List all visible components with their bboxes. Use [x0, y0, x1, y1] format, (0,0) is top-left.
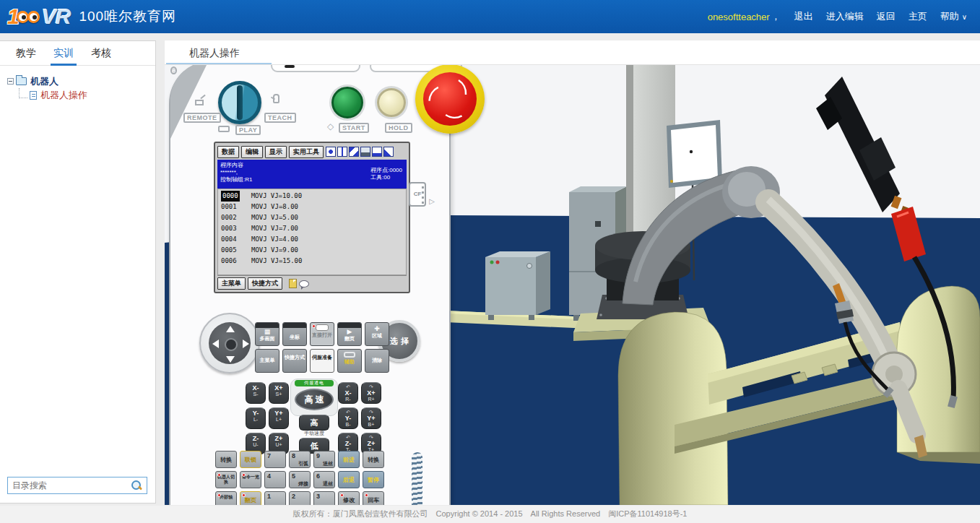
header-links: onesoftteacher ， 退出 进入编辑 返回 主页 帮助 ∨ [708, 0, 967, 33]
speed-up-key[interactable]: 高 [299, 415, 329, 431]
multi-screen-key[interactable]: ▦多画面 [255, 322, 279, 346]
enter-key[interactable]: 回车 [363, 491, 384, 505]
external-axis-key[interactable]: 外部轴 [215, 491, 237, 505]
shortcut-softkey[interactable]: 快捷方式 [248, 277, 282, 290]
key-3[interactable]: 3 [313, 491, 335, 505]
shortcut-key[interactable]: 快捷方式 [282, 349, 307, 373]
assist-key[interactable]: 辅助 [337, 349, 362, 373]
course-tree: 机器人 机器人操作 [0, 66, 155, 102]
collapse-icon[interactable] [7, 78, 14, 85]
help-link[interactable]: 帮助 [940, 10, 959, 23]
forward-key[interactable]: 前进 [338, 451, 360, 468]
tree-root-label[interactable]: 机器人 [30, 75, 58, 88]
toolbar-icon-3[interactable] [349, 147, 359, 157]
clear-key[interactable]: 清除 [365, 349, 389, 373]
axis-key[interactable]: X+S+ [269, 382, 289, 404]
menu-utility-button[interactable]: 实用工具 [289, 146, 324, 158]
coordinate-key[interactable]: 坐标 [282, 322, 307, 346]
axis-key[interactable]: X-S- [246, 382, 266, 404]
site-logo[interactable]: 1 VR [7, 4, 70, 29]
key-6-wire-retract[interactable]: 6退丝 [313, 471, 335, 488]
axis-key[interactable]: Y-L- [246, 407, 266, 429]
key-2[interactable]: 2 [289, 491, 311, 505]
dpad-center[interactable] [225, 338, 238, 351]
program-line[interactable]: 0000MOVJ VJ=10.00 [221, 191, 403, 202]
menu-edit-button[interactable]: 编辑 [241, 146, 263, 158]
mode-select-knob[interactable] [218, 81, 261, 124]
axis-key[interactable]: Y+L+ [269, 407, 289, 429]
key-1[interactable]: 1 [264, 491, 286, 505]
document-icon[interactable] [289, 279, 297, 288]
simulation-viewport[interactable]: REMOTE TEACH PLAY ◇ START ▽ HOLD [165, 65, 980, 505]
arrow-down-icon[interactable] [226, 356, 235, 363]
emergency-stop-button[interactable] [415, 65, 485, 134]
axis-key[interactable]: ↶X-R- [338, 382, 358, 404]
search-icon[interactable] [131, 480, 142, 491]
program-line[interactable]: 0003MOVJ VJ=7.00 [221, 223, 403, 234]
arrow-left-icon[interactable] [212, 340, 219, 348]
menu-display-button[interactable]: 显示 [265, 146, 287, 158]
interlock-key[interactable]: 联锁 [240, 451, 261, 468]
robot-switch-key[interactable]: 机器人切换 [215, 471, 237, 488]
program-line[interactable]: 0001MOVJ VJ=8.00 [221, 202, 403, 212]
key-8-arc-on[interactable]: 8引弧 [289, 451, 311, 468]
axis-key[interactable]: ↶Y-B- [338, 407, 358, 429]
arrow-up-icon[interactable] [226, 326, 235, 332]
program-line[interactable]: 0005MOVJ VJ=9.00 [221, 245, 403, 256]
main-menu-key[interactable]: 主菜单 [255, 349, 279, 373]
program-line[interactable]: 0006MOVJ VJ=15.00 [221, 256, 403, 267]
direct-open-key[interactable]: 直接打开 [310, 322, 334, 346]
shift-key[interactable]: 转换 [215, 451, 237, 468]
command-list-key[interactable]: 命令一览 [240, 471, 261, 488]
pause-key[interactable]: 暂停 [363, 471, 384, 488]
axis-keys-left: X-S- X+S+ Y-L- Y+L+ Z-U- Z+U+ [246, 382, 289, 458]
key-7[interactable]: 7 [264, 451, 286, 468]
axis-keys-right: ↶X-R- ↷X+R+ ↶Y-B- ↷Y+B+ ↶Z-T- ↷Z+T+ [338, 382, 381, 458]
content-tab-robot-operation[interactable]: 机器人操作 [189, 47, 240, 60]
footer-copyright: 版权所有：厦门凤凰创壹软件有限公司 Copyright © 2014 - 201… [0, 506, 980, 523]
axis-key[interactable]: ↷X+R+ [361, 382, 381, 404]
cursor-dpad[interactable] [199, 313, 260, 373]
toolbar-icon-6[interactable] [383, 147, 394, 157]
home-link[interactable]: 主页 [909, 10, 927, 23]
tree-node-robot[interactable]: 机器人 [7, 74, 155, 88]
toolbar-icon-1[interactable] [326, 147, 336, 157]
high-speed-key[interactable]: 高速 [295, 389, 334, 410]
arrow-right-icon[interactable] [243, 340, 249, 348]
toolbar-icon-4[interactable] [360, 147, 370, 157]
backward-key[interactable]: 后退 [338, 471, 360, 488]
tab-assessment[interactable]: 考核 [82, 41, 120, 65]
program-line[interactable]: 0004MOVJ VJ=4.00 [221, 234, 403, 245]
main-menu-softkey[interactable]: 主菜单 [217, 277, 246, 290]
key-9-wire-feed[interactable]: 9送丝 [313, 451, 335, 468]
page-key[interactable]: ▶翻页 [337, 322, 362, 346]
search-input[interactable] [8, 480, 131, 490]
menu-data-button[interactable]: 数据 [217, 146, 239, 158]
shift-key[interactable]: 转换 [363, 451, 384, 468]
hold-button[interactable] [377, 88, 406, 117]
key-4[interactable]: 4 [264, 471, 286, 488]
speech-bubble-icon[interactable] [299, 280, 309, 288]
catalog-search [7, 477, 147, 494]
program-line[interactable]: 0002MOVJ VJ=5.00 [221, 212, 403, 223]
username[interactable]: onesoftteacher [708, 12, 770, 22]
tab-teaching[interactable]: 教学 [7, 41, 45, 65]
logout-link[interactable]: 退出 [794, 10, 813, 23]
area-key[interactable]: ✚区域 [365, 322, 389, 346]
tab-training[interactable]: 实训 [45, 41, 82, 65]
toolbar-icon-2[interactable] [337, 147, 347, 157]
page-turn-key[interactable]: 翻页 [240, 491, 261, 505]
axis-key[interactable]: ↷Y+B+ [361, 407, 381, 429]
enter-edit-link[interactable]: 进入编辑 [826, 10, 864, 23]
program-list[interactable]: 0000MOVJ VJ=10.00 0001MOVJ VJ=8.00 0002M… [217, 189, 407, 275]
tree-child-label[interactable]: 机器人操作 [40, 89, 87, 102]
key-5-weld[interactable]: 5焊接 [289, 471, 311, 488]
toolbar-icon-5[interactable] [372, 147, 382, 157]
folder-icon [16, 77, 27, 85]
chevron-down-icon[interactable]: ∨ [962, 13, 967, 21]
modify-key[interactable]: 修改 [338, 491, 360, 505]
back-link[interactable]: 返回 [877, 10, 896, 23]
tree-node-robot-operation[interactable]: 机器人操作 [7, 88, 155, 102]
start-button[interactable] [331, 87, 363, 118]
servo-ready-key[interactable]: 伺服准备 [310, 349, 334, 373]
